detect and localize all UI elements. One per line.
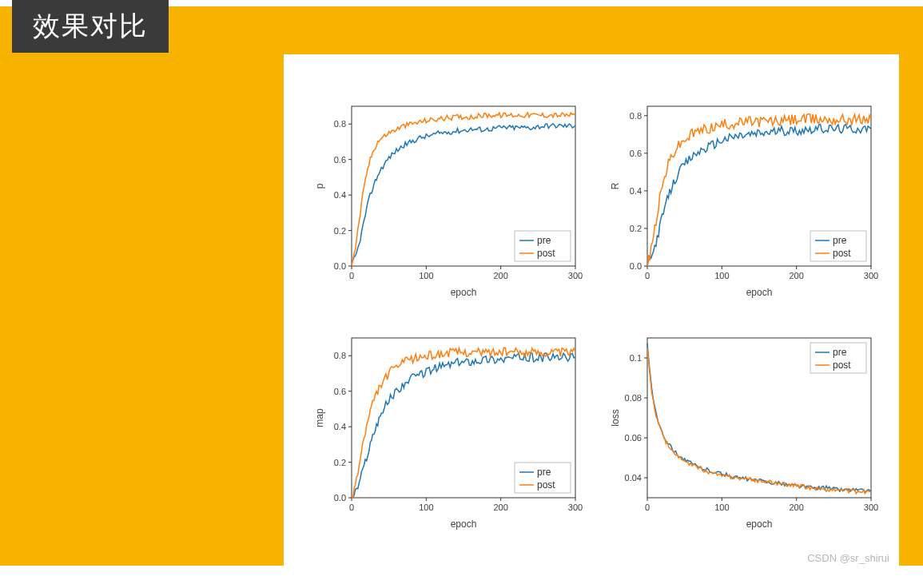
watermark: CSDN @sr_shirui [807,552,889,564]
svg-text:epoch: epoch [746,518,773,530]
svg-text:0.6: 0.6 [630,149,642,158]
svg-text:300: 300 [568,271,583,280]
svg-text:0.4: 0.4 [334,190,346,200]
svg-text:epoch: epoch [451,287,477,298]
svg-text:0.06: 0.06 [625,433,642,443]
svg-text:0.2: 0.2 [334,226,346,236]
page-title: 效果对比 [12,0,169,53]
svg-text:0.4: 0.4 [334,422,346,431]
svg-text:100: 100 [419,503,433,512]
svg-text:100: 100 [714,503,729,512]
svg-text:100: 100 [419,271,433,280]
svg-text:post: post [833,360,851,371]
svg-text:0.8: 0.8 [334,119,346,129]
svg-text:0: 0 [349,503,354,512]
chart-figure: 01002003000.00.20.40.60.8epochpprepost 0… [284,54,899,569]
svg-text:0.4: 0.4 [630,186,642,196]
svg-text:pre: pre [833,347,847,358]
svg-text:200: 200 [493,271,507,280]
svg-text:200: 200 [493,503,507,512]
svg-text:0.6: 0.6 [334,155,346,165]
svg-text:300: 300 [568,503,583,512]
svg-text:200: 200 [789,271,803,280]
svg-text:0.0: 0.0 [630,261,642,271]
svg-text:0.0: 0.0 [334,493,346,503]
svg-text:200: 200 [789,503,803,512]
svg-text:300: 300 [864,271,878,280]
svg-text:0: 0 [349,271,354,280]
svg-text:post: post [537,479,555,491]
svg-text:pre: pre [537,235,551,246]
svg-text:0: 0 [645,271,650,280]
svg-text:0.6: 0.6 [334,387,346,396]
svg-text:0.2: 0.2 [334,458,346,467]
svg-text:300: 300 [864,503,878,512]
chart-map: 01002003000.00.20.40.60.8epochmapprepost [312,330,583,534]
svg-text:0.08: 0.08 [625,393,642,403]
svg-text:0.2: 0.2 [630,224,642,233]
svg-text:post: post [833,248,851,259]
svg-text:0.04: 0.04 [625,473,642,483]
svg-text:pre: pre [833,235,847,246]
svg-text:map: map [314,408,325,427]
svg-text:loss: loss [610,409,621,426]
svg-text:p: p [314,183,325,189]
svg-text:100: 100 [714,271,729,280]
svg-text:post: post [537,248,555,259]
svg-text:epoch: epoch [746,287,773,298]
chart-r: 01002003000.00.20.40.60.8epochRprepost [607,98,879,302]
page: 效果对比 01002003000.00.20.40.60.8epochpprep… [0,0,923,588]
svg-text:0: 0 [645,503,650,512]
svg-text:0.0: 0.0 [334,261,346,271]
svg-text:0.1: 0.1 [630,353,642,363]
chart-p: 01002003000.00.20.40.60.8epochpprepost [312,98,583,302]
svg-text:0.8: 0.8 [334,351,346,360]
svg-text:epoch: epoch [451,518,477,530]
svg-text:0.8: 0.8 [630,111,642,121]
svg-text:pre: pre [537,467,551,478]
chart-loss: 01002003000.040.060.080.1epochlossprepos… [607,330,879,534]
svg-text:R: R [610,182,621,189]
